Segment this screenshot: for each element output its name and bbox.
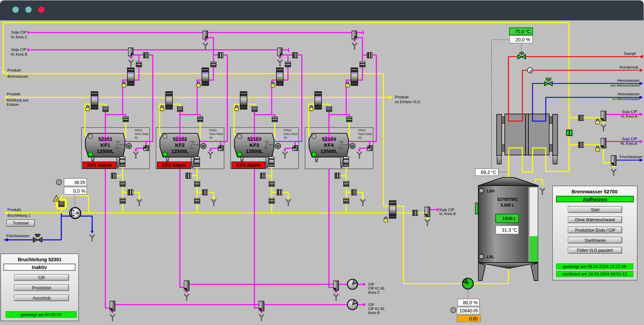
svg-text:0,0 %: 0,0 %: [73, 188, 85, 194]
svg-text:Dampf: Dampf: [624, 52, 636, 56]
svg-text:von Wärmeschaukel: von Wärmeschaukel: [610, 83, 640, 87]
svg-text:52101: 52101: [98, 136, 112, 142]
svg-text:52700T001: 52700T001: [497, 197, 518, 202]
svg-text:12500L: 12500L: [246, 148, 263, 154]
svg-text:Soja CIP: Soja CIP: [622, 137, 638, 141]
svg-text:Kreis B: Kreis B: [368, 311, 380, 315]
svg-text:0 l/h: 0 l/h: [469, 316, 478, 322]
svg-text:Erhitzer: Erhitzer: [7, 102, 19, 107]
svg-text:CIP: CIP: [38, 275, 45, 280]
svg-text:Frischwasser: Frischwasser: [6, 234, 29, 238]
svg-text:Produktion Ende / CIP: Produktion Ende / CIP: [575, 228, 615, 232]
svg-text:Bruchleitung 52301: Bruchleitung 52301: [18, 257, 61, 262]
svg-text:70,0 °C: 70,0 °C: [515, 29, 531, 34]
svg-text:52102: 52102: [173, 136, 187, 142]
svg-text:80,0 %: 80,0 %: [463, 300, 478, 305]
svg-text:Brennwasser: Brennwasser: [7, 74, 28, 78]
svg-text:Soja CIP: Soja CIP: [11, 47, 27, 52]
svg-text:KF2 Alarm: KF2 Alarm: [162, 162, 186, 168]
svg-text:Kondensat: Kondensat: [620, 65, 639, 69]
svg-text:VL Kreis C: VL Kreis C: [11, 35, 27, 39]
svg-text:Befüllung aus: Befüllung aus: [7, 98, 28, 102]
svg-text:Start: Start: [590, 207, 599, 212]
svg-text:RL Kreis A: RL Kreis A: [621, 141, 637, 146]
svg-text:Füllen VLG pausiert: Füllen VLG pausiert: [577, 248, 613, 253]
svg-text:CIP K1 RL: CIP K1 RL: [368, 307, 385, 311]
svg-text:KF1 Alarm: KF1 Alarm: [87, 162, 112, 168]
svg-text:VL Kreis B: VL Kreis B: [11, 52, 27, 56]
svg-text:Produktion: Produktion: [32, 285, 51, 290]
svg-text:1606 L: 1606 L: [502, 216, 516, 221]
svg-text:Produkt: Produkt: [7, 208, 21, 212]
svg-text:Inaktiv: Inaktiv: [32, 265, 47, 270]
svg-text:Ohne Wärmeschaukel: Ohne Wärmeschaukel: [575, 217, 615, 222]
svg-text:CIP: CIP: [368, 282, 374, 286]
svg-text:KF3: KF3: [250, 142, 259, 148]
svg-text:20,0 %: 20,0 %: [515, 37, 530, 42]
svg-text:gereinigt am 00:00:00: gereinigt am 00:00:00: [21, 312, 62, 317]
svg-text:VL Kreis B: VL Kreis B: [439, 212, 456, 216]
svg-text:Heisswasser: Heisswasser: [618, 78, 640, 82]
svg-text:36 l/h: 36 l/h: [74, 180, 85, 185]
svg-text:12500L: 12500L: [171, 148, 189, 154]
svg-text:69,2 °C: 69,2 °C: [481, 170, 496, 175]
svg-text:Brennwasser 52700: Brennwasser 52700: [572, 189, 617, 194]
svg-text:KF3 Alarm: KF3 Alarm: [236, 162, 261, 168]
svg-text:52104: 52104: [322, 136, 336, 142]
svg-text:S5: S5: [134, 136, 138, 139]
svg-text:Produkt: Produkt: [7, 92, 20, 96]
svg-text:KF2: KF2: [175, 142, 185, 148]
svg-text:M: M: [127, 145, 130, 148]
svg-text:CIP: CIP: [368, 303, 374, 307]
svg-text:PRD2: PRD2: [134, 129, 142, 132]
svg-text:VL Kreis A: VL Kreis A: [621, 114, 637, 118]
svg-text:zu Erhitzer VLG: zu Erhitzer VLG: [395, 100, 420, 104]
svg-text:KF1: KF1: [101, 142, 110, 148]
svg-text:Sterilisieren: Sterilisieren: [584, 238, 606, 243]
svg-text:S: S: [55, 198, 57, 201]
svg-text:Frischwasser: Frischwasser: [620, 155, 643, 159]
svg-text:5.000 L: 5.000 L: [501, 203, 515, 208]
svg-text:sterilisiert am 28.03.2024 08:: sterilisiert am 28.03.2024 08:51:12: [562, 272, 627, 276]
svg-text:Produkt: Produkt: [7, 68, 21, 72]
svg-text:10640 l/h: 10640 l/h: [459, 308, 478, 313]
svg-text:12500L: 12500L: [97, 148, 114, 154]
svg-text:52103: 52103: [247, 136, 262, 142]
svg-text:Produkt: Produkt: [395, 95, 409, 99]
svg-text:LSL: LSL: [487, 255, 494, 259]
svg-text:12500L: 12500L: [320, 148, 338, 154]
svg-text:CIP K1 RL: CIP K1 RL: [368, 286, 385, 290]
svg-text:gereinigt am 09.04.2024 18:22:: gereinigt am 09.04.2024 18:22:46: [563, 264, 626, 269]
svg-text:Heisswasser: Heisswasser: [618, 92, 640, 96]
svg-text:Soja CIP: Soja CIP: [439, 208, 455, 212]
svg-text:Trommel: Trommel: [13, 221, 29, 226]
svg-text:Soja CIP: Soja CIP: [622, 110, 638, 114]
svg-text:Kreis C: Kreis C: [368, 290, 380, 294]
svg-text:LSH: LSH: [487, 189, 495, 193]
svg-text:KF4: KF4: [324, 142, 334, 148]
svg-text:Bruchleitung 1: Bruchleitung 1: [7, 213, 30, 217]
svg-text:Soja CIP: Soja CIP: [11, 30, 27, 34]
svg-text:Ausschub: Ausschub: [33, 295, 50, 300]
svg-text:zu Wärmeschaukel: zu Wärmeschaukel: [612, 97, 640, 101]
svg-text:31,3 °C: 31,3 °C: [502, 227, 517, 233]
svg-text:Tetra Tebel: Tetra Tebel: [134, 132, 149, 136]
svg-text:Aufheizen: Aufheizen: [583, 196, 607, 202]
